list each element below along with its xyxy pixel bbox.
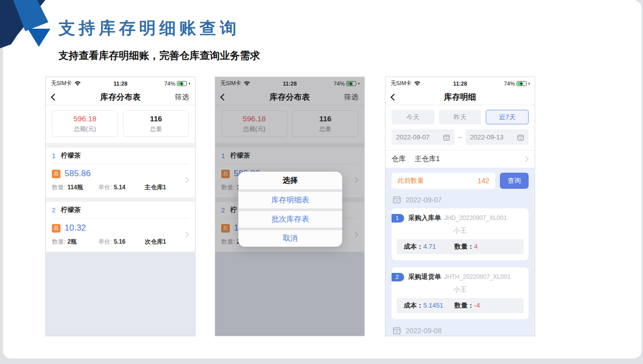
page-title: 支持库存明细账查询 bbox=[58, 17, 240, 40]
range-separator: ~ bbox=[458, 133, 462, 141]
record-index-badge: 2 bbox=[392, 273, 404, 281]
battery-cap bbox=[189, 83, 190, 85]
item-row[interactable]: 总 585.86 数量: 114瓶 单价: 5.14 主仓库1 bbox=[52, 164, 189, 197]
cost-label: 成本： bbox=[404, 243, 423, 250]
date-range-row: 2022-09-07 ~ 2022-09-13 bbox=[385, 128, 535, 150]
item-details: 数量: 114瓶 单价: 5.14 主仓库1 bbox=[52, 183, 184, 192]
item-index: 1 bbox=[52, 152, 55, 160]
qty-label: 数量: bbox=[52, 238, 66, 245]
slide: 支持库存明细账查询 支持查看库存明细账，完善仓库查询业务需求 无SIM卡 11:… bbox=[0, 0, 643, 364]
record-card[interactable]: 1 采购入库单 JHD_20220907_XL001 小王 成本：4.71 数量… bbox=[392, 208, 529, 260]
date-filter-tabs: 今天 昨天 近7天 bbox=[385, 105, 535, 128]
calendar-icon bbox=[393, 326, 401, 335]
price-label: 单价: bbox=[98, 184, 112, 191]
total-amount-card: 596.18 总额(元) bbox=[52, 110, 118, 137]
item-details: 数量: 2瓶 单价: 5.16 次仓库1 bbox=[52, 238, 184, 246]
cost-label: 成本： bbox=[404, 302, 423, 309]
record-header: 2 采购退货单 JHTH_20220907_XL001 bbox=[392, 272, 529, 281]
nav-title: 库存明细 bbox=[385, 92, 535, 103]
qty-value: 4 bbox=[474, 243, 478, 250]
status-right: 74% bbox=[483, 81, 530, 87]
section-divider bbox=[46, 143, 195, 148]
option-inventory-detail[interactable]: 库存明细表 bbox=[238, 192, 342, 208]
item-amount: 10.32 bbox=[65, 223, 86, 233]
price-label: 单价: bbox=[98, 238, 112, 245]
section-divider bbox=[46, 197, 195, 202]
tab-today[interactable]: 今天 bbox=[392, 110, 434, 124]
detail-list: 此前数量 142 查询 2022-09-07 1 采购入库单 JHD_20220… bbox=[385, 168, 535, 336]
qty-value: 2瓶 bbox=[68, 238, 77, 245]
status-right: 74% bbox=[144, 81, 190, 87]
item-row[interactable]: 总 10.32 数量: 2瓶 单价: 5.16 次仓库1 bbox=[52, 219, 189, 252]
record-stats: 成本：5.1451 数量：-4 bbox=[397, 298, 524, 313]
calendar-icon bbox=[517, 134, 524, 141]
record-code: JHD_20220907_XL001 bbox=[444, 214, 507, 222]
calendar-icon bbox=[443, 134, 450, 141]
total-qty-card: 116 总量 bbox=[123, 110, 189, 137]
qty-label: 数量： bbox=[455, 302, 474, 309]
calendar-icon bbox=[393, 195, 401, 204]
inventory-item: 1 柠檬茶 总 585.86 数量: 114瓶 单价: 5.14 主仓库1 bbox=[46, 148, 195, 197]
phone-inventory-detail: 无SIM卡 11:28 74% 库存明细 今天 昨天 近7天 2022-09-0… bbox=[385, 77, 535, 336]
warehouse-selector[interactable]: 仓库 主仓库1 bbox=[385, 150, 535, 168]
phone-inventory-distribution: 无SIM卡 11:28 74% 库存分布表 筛选 596.18 总额(元) 11… bbox=[45, 77, 196, 336]
item-header: 1 柠檬茶 bbox=[52, 148, 189, 164]
group-date: 2022-09-08 bbox=[406, 327, 442, 335]
status-bar: 无SIM卡 11:28 74% bbox=[385, 77, 535, 90]
page-subtitle: 支持查看库存明细账，完善仓库查询业务需求 bbox=[58, 49, 260, 62]
total-qty-label: 总量 bbox=[150, 125, 162, 133]
corner-decoration-shapes bbox=[0, 0, 67, 68]
record-operator: 小王 bbox=[392, 285, 529, 294]
previous-qty-pill: 此前数量 142 bbox=[392, 173, 495, 189]
option-batch-inventory[interactable]: 批次库存表 bbox=[238, 211, 342, 228]
status-left: 无SIM卡 bbox=[51, 80, 97, 87]
date-group-header: 2022-09-08 bbox=[393, 326, 528, 335]
end-date-value: 2022-09-13 bbox=[470, 133, 504, 141]
chevron-right-icon bbox=[183, 232, 188, 237]
query-button[interactable]: 查询 bbox=[500, 173, 529, 189]
date-group-header: 2022-09-07 bbox=[393, 195, 528, 204]
item-name: 柠檬茶 bbox=[61, 205, 81, 214]
carrier-label: 无SIM卡 bbox=[51, 80, 72, 87]
status-bar: 无SIM卡 11:28 74% bbox=[46, 77, 195, 90]
total-qty-value: 116 bbox=[150, 114, 162, 123]
filter-button[interactable]: 筛选 bbox=[175, 93, 189, 102]
end-date-picker[interactable]: 2022-09-13 bbox=[466, 129, 529, 145]
wifi-icon bbox=[74, 81, 81, 86]
tab-yesterday[interactable]: 昨天 bbox=[439, 110, 482, 124]
previous-qty-label: 此前数量 bbox=[398, 176, 424, 185]
status-left: 无SIM卡 bbox=[391, 80, 437, 87]
total-amount-value: 596.18 bbox=[74, 114, 97, 123]
qty-value: 114瓶 bbox=[68, 184, 83, 191]
item-name: 柠檬茶 bbox=[61, 151, 81, 160]
wifi-icon bbox=[414, 81, 421, 86]
nav-bar: 库存分布表 筛选 bbox=[46, 90, 195, 105]
warehouse-label: 仓库 bbox=[392, 155, 406, 164]
qty-value: -4 bbox=[474, 302, 480, 309]
record-type: 采购入库单 bbox=[408, 213, 441, 223]
total-amount-label: 总额(元) bbox=[74, 125, 96, 133]
total-badge-icon: 总 bbox=[52, 224, 60, 233]
battery-percent: 74% bbox=[164, 81, 175, 87]
record-index-badge: 1 bbox=[392, 214, 404, 223]
carrier-label: 无SIM卡 bbox=[391, 80, 412, 87]
action-sheet: 选择 库存明细表 批次库存表 取消 bbox=[238, 172, 342, 247]
record-stats: 成本：4.71 数量：4 bbox=[397, 239, 524, 254]
start-date-picker[interactable]: 2022-09-07 bbox=[392, 129, 455, 145]
nav-title: 库存分布表 bbox=[46, 92, 195, 103]
warehouse-value: 次仓库1 bbox=[145, 238, 166, 246]
group-date: 2022-09-07 bbox=[406, 196, 442, 204]
previous-qty-value: 142 bbox=[478, 177, 489, 185]
cost-value: 5.1451 bbox=[423, 302, 443, 309]
previous-qty-row: 此前数量 142 查询 bbox=[392, 173, 529, 189]
record-card[interactable]: 2 采购退货单 JHTH_20220907_XL001 小王 成本：5.1451… bbox=[392, 267, 529, 319]
cancel-button[interactable]: 取消 bbox=[238, 230, 342, 247]
total-badge-icon: 总 bbox=[52, 170, 60, 178]
battery-cap bbox=[529, 83, 530, 85]
item-amount: 585.86 bbox=[65, 169, 91, 179]
clock: 11:28 bbox=[97, 81, 144, 87]
tab-last-7-days[interactable]: 近7天 bbox=[486, 110, 529, 124]
summary-cards: 596.18 总额(元) 116 总量 bbox=[46, 105, 195, 143]
record-code: JHTH_20220907_XL001 bbox=[444, 273, 510, 280]
start-date-value: 2022-09-07 bbox=[396, 133, 430, 141]
